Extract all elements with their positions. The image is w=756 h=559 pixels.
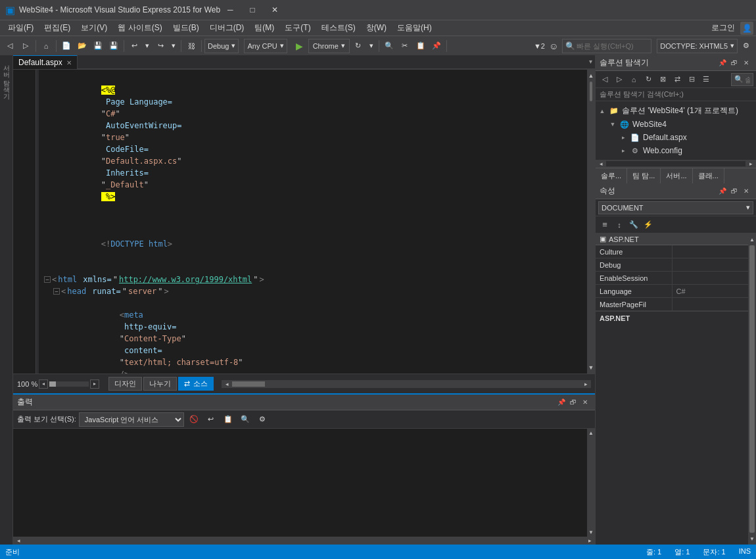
tree-project[interactable]: ▼ 🌐 WebSite4 [596, 118, 756, 131]
menu-test[interactable]: 테스트(S) [316, 20, 361, 36]
prop-value-culture[interactable] [673, 245, 749, 258]
expand-project[interactable]: ▼ [609, 120, 617, 128]
output-close-button[interactable]: ✕ [579, 397, 591, 408]
prop-scroll-up[interactable]: ▲ [748, 235, 756, 244]
expand-config[interactable]: ▸ [619, 147, 627, 155]
prop-events-button[interactable]: ⚡ [642, 218, 655, 231]
output-pin-button[interactable]: 📌 [555, 397, 567, 408]
attach-button[interactable]: ⛓ [184, 39, 199, 53]
maximize-button[interactable]: □ [243, 3, 262, 16]
prop-alphabetical-button[interactable]: ↕ [613, 218, 626, 231]
copy-button[interactable]: 📋 [413, 39, 428, 53]
output-float-button[interactable]: 🗗 [567, 397, 579, 408]
sol-home-button[interactable]: ⌂ [627, 73, 640, 86]
menu-view[interactable]: 보기(V) [76, 20, 112, 36]
editor-scrollbar-v[interactable]: ▲ ▼ [587, 70, 595, 374]
run-button[interactable]: ▶ [293, 39, 307, 53]
menu-website[interactable]: 웹 사이트(S) [112, 20, 167, 36]
back-button[interactable]: ◁ [3, 39, 17, 53]
browser-dropdown[interactable]: Chrome ▾ [308, 39, 350, 53]
sol-close-button[interactable]: ✕ [740, 57, 752, 69]
collapse-head[interactable]: − [53, 288, 60, 295]
zoom-slider-thumb[interactable] [49, 381, 56, 387]
close-button[interactable]: ✕ [265, 3, 285, 16]
menu-tools[interactable]: 도구(T) [279, 20, 316, 36]
sol-back-button[interactable]: ◁ [598, 73, 611, 86]
output-source-select[interactable]: JavaScript 언어 서비스빌드디버그일반 [79, 412, 184, 427]
redo-button[interactable]: ↪ [153, 39, 168, 53]
menu-team[interactable]: 팀(M) [249, 20, 279, 36]
sol-pin-button[interactable]: 📌 [717, 57, 728, 69]
menu-debug[interactable]: 디버그(D) [204, 20, 250, 36]
undo-dropdown[interactable]: ▾ [143, 39, 152, 53]
scroll-down[interactable]: ▼ [588, 363, 594, 372]
home-button[interactable]: ⌂ [39, 39, 53, 53]
quick-launch-input[interactable] [577, 42, 648, 50]
menu-help[interactable]: 도움말(H) [392, 20, 437, 36]
prop-close-button[interactable]: ✕ [740, 185, 752, 197]
output-scroll-down[interactable]: ▼ [588, 529, 594, 535]
open-button[interactable]: 📂 [75, 39, 89, 53]
debug-mode-dropdown[interactable]: Debug ▾ [204, 39, 239, 53]
sol-stop-button[interactable]: ⊠ [656, 73, 669, 86]
output-scrollbar-v[interactable]: ▲ ▼ [587, 429, 595, 537]
prop-value-language[interactable]: C# [673, 285, 749, 297]
tab-team[interactable]: 팀 탐... [627, 168, 661, 183]
view-split-tab[interactable]: 나누기 [143, 377, 177, 391]
sol-float-button[interactable]: 🗗 [728, 57, 740, 69]
section-collapse[interactable]: ▣ [600, 235, 606, 243]
collapse-html[interactable]: − [44, 276, 51, 283]
prop-value-debug[interactable] [673, 258, 749, 271]
menu-build[interactable]: 빌드(B) [168, 20, 204, 36]
doctype-settings[interactable]: ⚙ [739, 39, 753, 53]
menu-window[interactable]: 창(W) [361, 20, 392, 36]
sol-sync-button[interactable]: ⇄ [671, 73, 684, 86]
expand-solution[interactable]: ▲ [598, 107, 606, 115]
code-content[interactable]: <%@ Page Language= "C#" AutoEventWireup=… [36, 70, 587, 374]
sol-forward-button[interactable]: ▷ [613, 73, 626, 86]
redo-dropdown[interactable]: ▾ [169, 39, 178, 53]
paste-button[interactable]: 📌 [429, 39, 444, 53]
forward-button[interactable]: ▷ [18, 39, 33, 53]
editor-scrollbar-h[interactable]: ◂ ▸ [222, 380, 591, 388]
doctype-dropdown[interactable]: DOCTYPE: XHTML5 ▾ [657, 39, 738, 53]
prop-value-enablesession[interactable] [673, 272, 749, 284]
output-find-button[interactable]: 🔍 [238, 412, 252, 427]
scroll-left[interactable]: ◂ [222, 380, 232, 388]
output-scrollbar-h[interactable]: ◂ ▸ [13, 537, 595, 545]
menu-login[interactable]: 로그인 [706, 20, 740, 36]
tree-solution[interactable]: ▲ 📁 솔루션 'WebSite4' (1개 프로젝트) [596, 104, 756, 118]
new-button[interactable]: 📄 [59, 39, 74, 53]
output-clear-button[interactable]: 🚫 [187, 412, 201, 427]
solution-search-input[interactable] [745, 76, 750, 84]
save-button[interactable]: 💾 [91, 39, 105, 53]
platform-dropdown[interactable]: Any CPU ▾ [244, 39, 287, 53]
tab-default-aspx[interactable]: Default.aspx ✕ [13, 55, 78, 69]
output-settings-button[interactable]: ⚙ [255, 412, 270, 427]
scroll-thumb[interactable] [590, 82, 592, 101]
prop-scroll-down[interactable]: ▼ [748, 534, 756, 543]
prop-scrollbar-v[interactable]: ▲ ▼ [748, 233, 756, 545]
prop-categorized-button[interactable]: ≡ [598, 218, 611, 231]
expand-aspx[interactable]: ▸ [619, 134, 627, 141]
tree-file-default-aspx[interactable]: ▸ 📄 Default.aspx [596, 131, 756, 144]
prop-properties-button[interactable]: 🔧 [627, 218, 640, 231]
zoom-up[interactable]: ▸ [90, 379, 99, 389]
menu-file[interactable]: 파일(F) [3, 20, 39, 36]
tab-class[interactable]: 클래... [693, 168, 724, 183]
sol-refresh-button[interactable]: ↻ [642, 73, 655, 86]
tab-close-button[interactable]: ✕ [66, 59, 72, 66]
browse-button[interactable]: 🔍 [382, 39, 396, 53]
sol-collapse-all[interactable]: ⊟ [685, 73, 698, 86]
minimize-button[interactable]: ─ [220, 3, 240, 16]
prop-scroll-thumb[interactable] [749, 245, 755, 533]
tab-scroll-button[interactable]: ▾ [586, 55, 595, 69]
output-word-wrap-button[interactable]: ↩ [204, 412, 218, 427]
solution-search[interactable]: 🔍 [731, 73, 753, 86]
prop-pin-button[interactable]: 📌 [717, 185, 728, 197]
zoom-down[interactable]: ◂ [39, 379, 48, 389]
quick-launch[interactable]: 🔍 [562, 39, 651, 53]
tree-file-webconfig[interactable]: ▸ ⚙ Web.config [596, 144, 756, 157]
prop-object-dropdown[interactable]: DOCUMENT ▾ [598, 201, 753, 214]
sol-scrollbar-h[interactable]: ◂ ▸ [596, 160, 756, 168]
